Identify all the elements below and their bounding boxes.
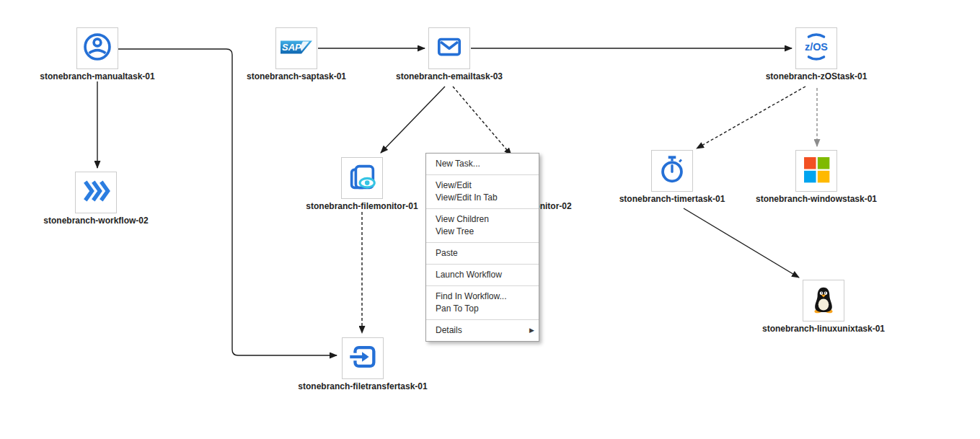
file-monitor-icon [345,160,379,196]
task-node-label: stonebranch-windowstask-01 [756,194,877,204]
task-node-label: stonebranch-zOStask-01 [766,71,868,81]
task-node-box[interactable] [428,27,470,69]
workflow-icon [80,175,112,210]
menu-item-details-label: Details [436,324,462,337]
menu-item-view-children[interactable]: View Children [426,213,539,226]
task-node-box[interactable] [795,150,837,192]
task-node-label: stonebranch-emailtask-03 [396,71,503,81]
task-node-box[interactable] [75,172,117,213]
workflow-canvas[interactable]: stonebranch-manualtask-01 stonebranch-wo… [0,0,980,439]
manual-task-icon [81,31,113,66]
task-node-label: stonebranch-workflow-02 [43,216,148,226]
task-node-box[interactable] [651,150,693,192]
task-node-label: stonebranch-timertask-01 [619,194,725,204]
task-node-filemonitor-01[interactable]: stonebranch-filemonitor-01 [341,157,383,199]
task-node-box[interactable] [76,27,118,69]
menu-item-find-in-workflow[interactable]: Find In Workflow... [426,291,539,303]
menu-item-launch-workflow[interactable]: Launch Workflow [426,269,539,281]
menu-item-view-edit[interactable]: View/Edit [426,179,539,192]
file-transfer-icon [346,340,379,376]
task-node-label: stonebranch-manualtask-01 [40,71,154,81]
task-node-zostask-01[interactable]: z/OS stonebranch-zOStask-01 [795,27,837,69]
context-menu: New Task... View/Edit View/Edit In Tab V… [425,153,539,342]
task-node-label: stonebranch-filetransfertask-01 [298,381,427,391]
svg-text:z/OS: z/OS [805,41,828,53]
menu-item-view-tree[interactable]: View Tree [426,226,539,238]
task-node-windowstask-01[interactable]: stonebranch-windowstask-01 [795,150,837,192]
menu-item-details[interactable]: Details ▶ [426,324,539,337]
task-node-box[interactable] [803,280,844,322]
task-node-timertask-01[interactable]: stonebranch-timertask-01 [651,150,693,192]
edge-stonebranch-emailtask-03-to-stonebranch-filemonitor-02[interactable] [453,87,511,155]
submenu-arrow-icon: ▶ [529,324,534,337]
edge-stonebranch-emailtask-03-to-stonebranch-filemonitor-01[interactable] [381,87,445,153]
email-icon [433,31,465,66]
task-node-emailtask-03[interactable]: stonebranch-emailtask-03 [428,27,470,69]
task-node-box[interactable]: SAP [275,27,317,69]
task-node-label: stonebranch-filemonitor-01 [306,201,418,211]
menu-item-pan-to-top[interactable]: Pan To Top [426,303,539,315]
timer-icon [655,153,689,189]
edge-stonebranch-timertask-01-to-stonebranch-linuxunixtask-01[interactable] [684,208,799,278]
edge-stonebranch-manualtask-01-to-stonebranch-filetransfertask-01[interactable] [118,49,337,355]
task-node-label: stonebranch-saptask-01 [247,71,346,81]
task-node-workflow-02[interactable]: stonebranch-workflow-02 [75,172,117,213]
task-node-box[interactable]: z/OS [795,27,837,69]
task-node-manualtask-01[interactable]: stonebranch-manualtask-01 [76,27,118,69]
task-node-linuxunixtask-01[interactable]: stonebranch-linuxunixtask-01 [803,280,844,322]
task-node-box[interactable] [342,337,384,379]
zos-icon: z/OS [800,30,833,66]
menu-item-view-edit-in-tab[interactable]: View/Edit In Tab [426,192,539,204]
task-node-box[interactable] [341,157,383,199]
task-node-saptask-01[interactable]: SAP stonebranch-saptask-01 [275,27,317,69]
sap-icon: SAP [279,30,314,67]
svg-text:SAP: SAP [282,42,301,53]
menu-item-new-task[interactable]: New Task... [426,158,539,170]
task-node-label: stonebranch-linuxunixtask-01 [762,324,885,334]
windows-icon [800,154,832,188]
task-node-filetransfertask-01[interactable]: stonebranch-filetransfertask-01 [342,337,384,379]
linux-tux-icon [808,284,839,317]
edge-stonebranch-zOStask-01-to-stonebranch-timertask-01[interactable] [697,87,805,148]
menu-item-paste[interactable]: Paste [426,247,539,260]
